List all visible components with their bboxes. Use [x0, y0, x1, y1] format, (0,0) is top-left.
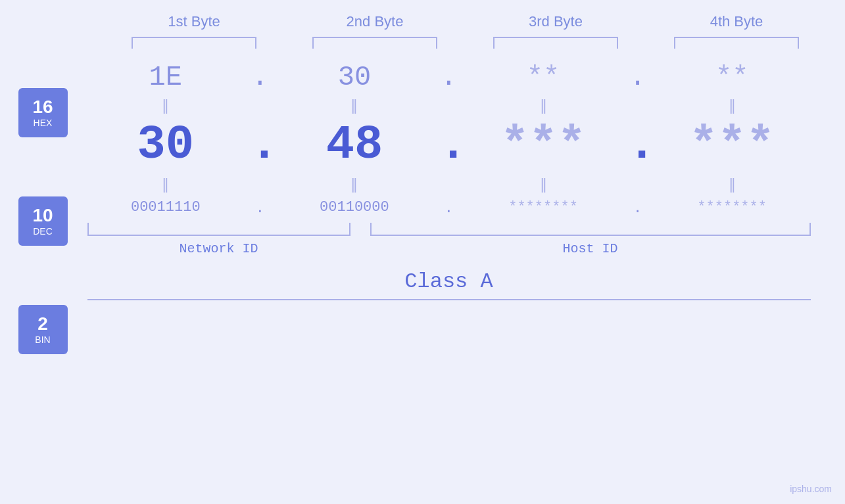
bracket-top-2	[312, 37, 437, 49]
bin-badge: 2 BIN	[18, 305, 68, 354]
dec-dot3: .	[628, 118, 648, 172]
bin-b4: ********	[660, 199, 804, 216]
footer: ipshu.com	[790, 484, 832, 494]
byte2-label: 2nd Byte	[302, 13, 447, 30]
main-container: 1st Byte 2nd Byte 3rd Byte 4th Byte 16 H…	[0, 0, 845, 504]
hex-b3: **	[471, 62, 616, 93]
hex-b1: 1E	[93, 62, 238, 93]
dec-dot2: .	[439, 118, 458, 172]
bottom-brackets-row	[87, 223, 811, 236]
class-section: Class A	[87, 269, 811, 300]
equals-row-1: ‖ ‖ ‖ ‖	[87, 97, 811, 114]
dec-b4: ***	[660, 118, 804, 172]
bracket-top-1	[132, 37, 256, 49]
hex-dot1: .	[250, 62, 270, 93]
byte3-label: 3rd Byte	[483, 13, 628, 30]
content-area: 16 HEX 10 DEC 2 BIN 1E	[18, 62, 827, 354]
values-grid: 1E . 30 . ** . **	[87, 62, 827, 300]
bin-dot3: .	[628, 197, 648, 218]
host-id-label: Host ID	[370, 241, 811, 256]
dec-b2: 48	[282, 118, 427, 172]
network-id-label: Network ID	[87, 241, 350, 256]
bin-b3: ********	[471, 199, 616, 216]
dec-badge: 10 DEC	[18, 196, 68, 246]
hex-b4: **	[660, 62, 804, 93]
top-brackets-row	[104, 37, 827, 49]
equals-row-2: ‖ ‖ ‖ ‖	[87, 176, 811, 193]
bin-b1: 00011110	[93, 199, 238, 216]
byte1-label: 1st Byte	[122, 13, 266, 30]
bracket-top-3	[493, 37, 618, 49]
bracket-top-4	[674, 37, 799, 49]
byte-labels-row: 1st Byte 2nd Byte 3rd Byte 4th Byte	[104, 13, 827, 30]
footer-text: ipshu.com	[790, 484, 832, 494]
labels-column: 16 HEX 10 DEC 2 BIN	[18, 68, 68, 354]
byte4-label: 4th Byte	[664, 13, 809, 30]
dec-row: 30 . 48 . *** . ***	[87, 118, 811, 172]
hex-badge: 16 HEX	[18, 88, 68, 137]
class-label: Class A	[404, 269, 493, 294]
hex-dot2: .	[439, 62, 458, 93]
dec-dot1: .	[250, 118, 270, 172]
dec-b3: ***	[471, 118, 616, 172]
bin-b2: 00110000	[282, 199, 427, 216]
hex-dot3: .	[628, 62, 648, 93]
bracket-labels-row: Network ID Host ID	[87, 241, 811, 256]
hex-b2: 30	[282, 62, 427, 93]
bottom-section: Network ID Host ID	[87, 223, 811, 256]
bin-row: 00011110 . 00110000 . ******** .	[87, 197, 811, 218]
hex-row: 1E . 30 . ** . **	[87, 62, 811, 93]
host-bracket	[370, 223, 811, 236]
network-bracket	[87, 223, 350, 236]
dec-b1: 30	[93, 118, 238, 172]
bin-dot2: .	[439, 197, 458, 218]
bin-dot1: .	[250, 197, 270, 218]
